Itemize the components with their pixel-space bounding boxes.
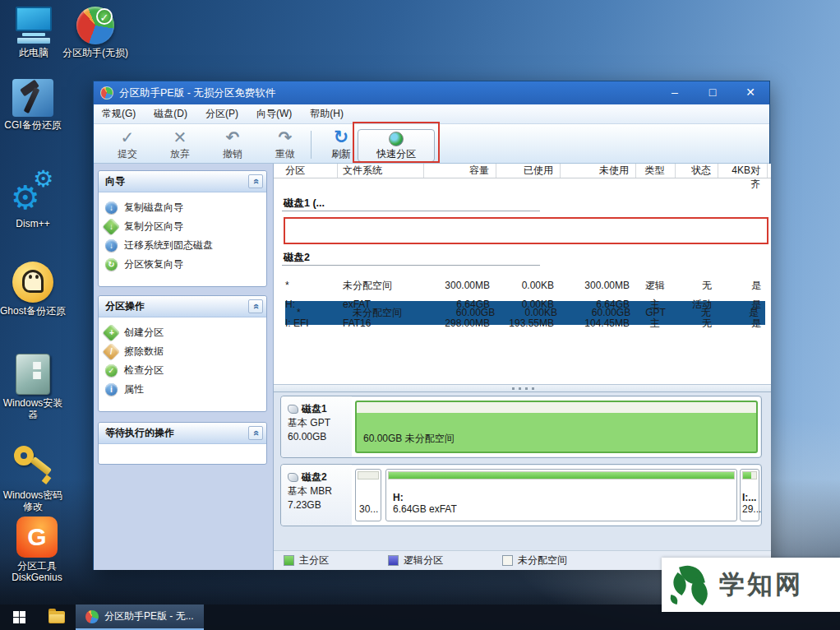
col-4kb-align[interactable]: 4KB对齐 [718, 164, 768, 178]
watermark: 学知网 [662, 558, 840, 612]
create-partition-icon: + [103, 324, 120, 341]
desktop-icon-this-pc[interactable]: 此电脑 [2, 7, 66, 58]
globe-icon [389, 132, 404, 146]
sidebar-item-check-partition[interactable]: ✓ 检查分区 [105, 361, 266, 380]
quick-partition-button[interactable]: 快速分区 [358, 129, 435, 162]
col-capacity[interactable]: 容量 [424, 164, 496, 178]
close-button[interactable]: ✕ [732, 81, 769, 104]
window-title: 分区助手PE版 - 无损分区免费软件 [119, 86, 275, 100]
desktop-icon-label: Windows安装器 [2, 397, 64, 420]
this-pc-icon [14, 7, 53, 44]
sidebar-item-migrate-os-ssd[interactable]: ↓ 迁移系统到固态磁盘 [105, 236, 266, 255]
desktop-icon-label: Ghost备份还原 [0, 305, 66, 317]
menu-partition[interactable]: 分区(P) [205, 107, 238, 121]
sidebar-item-copy-disk-wizard[interactable]: ↓ 复制磁盘向导 [105, 198, 266, 217]
disk-icon [288, 473, 298, 482]
watermark-text: 学知网 [719, 567, 803, 602]
check-icon: ✓ [104, 127, 151, 147]
desktop-icon-dism[interactable]: ⚙⚙ Dism++ [7, 173, 59, 229]
menu-disk[interactable]: 磁盘(D) [154, 107, 187, 121]
sidebar-item-wipe-data[interactable]: / 擦除数据 [105, 342, 266, 361]
desktop-icon-diskgenius[interactable]: G 分区工具 DiskGenius [0, 517, 74, 583]
cgi-backup-icon [12, 79, 53, 117]
discard-icon: ✕ [156, 127, 204, 147]
window-body: 向导 « ↓ 复制磁盘向导 ↓ 复制分区向导 ↓ [94, 164, 769, 570]
col-used[interactable]: 已使用 [496, 164, 561, 178]
col-unused[interactable]: 未使用 [561, 164, 636, 178]
properties-info-icon: i [105, 383, 118, 396]
panel-partition-ops-header[interactable]: 分区操作 « [99, 296, 266, 317]
desktop-icon-label: Windows密码修改 [2, 489, 64, 512]
start-button[interactable] [0, 605, 38, 630]
redo-icon: ↷ [261, 127, 309, 147]
file-explorer-button[interactable] [38, 605, 76, 630]
menu-help[interactable]: 帮助(H) [310, 107, 344, 121]
legend-primary: 主分区 [284, 554, 329, 567]
desktop-icon-partition-assistant[interactable]: ✓ 分区助手(无损) [62, 7, 128, 58]
col-filesystem[interactable]: 文件系统 [338, 164, 424, 178]
app-icon [85, 610, 99, 623]
undo-button[interactable]: ↶ 撤销 [209, 127, 256, 162]
col-type[interactable]: 类型 [636, 164, 676, 178]
sidebar-item-create-partition[interactable]: + 创建分区 [105, 323, 266, 342]
disk-map: 磁盘1 基本 GPT 60.00GB 60.00GB 未分配空间 磁盘2 基本 … [274, 392, 771, 550]
panel-pending-ops: 等待执行的操作 « [98, 422, 267, 465]
windows-password-key-icon [11, 444, 55, 487]
leaf-logo-icon [668, 561, 719, 609]
desktop-icon-windows-installer[interactable]: Windows安装器 [2, 354, 64, 420]
disk2-unallocated-segment[interactable]: 30... [355, 469, 381, 521]
table-row-disk2-h[interactable]: H: exFAT 6.64GB 0.00KB 6.64GB 主 活动 是 [274, 295, 771, 314]
disk1-unallocated-segment[interactable]: 60.00GB 未分配空间 [355, 401, 758, 453]
taskbar-app-label: 分区助手PE版 - 无... [104, 609, 194, 623]
sidebar-item-copy-partition-wizard[interactable]: ↓ 复制分区向导 [105, 217, 266, 236]
desktop-icon-ghost-backup[interactable]: Ghost备份还原 [0, 262, 66, 317]
unallocated-swatch [502, 555, 513, 566]
desktop-icon-label: Dism++ [7, 218, 59, 229]
col-partition[interactable]: 分区 [274, 164, 338, 178]
maximize-button[interactable]: □ [694, 81, 732, 104]
menu-wizard[interactable]: 向导(W) [256, 107, 292, 121]
recovery-icon: ↻ [105, 258, 118, 271]
table-header: 分区 文件系统 容量 已使用 未使用 类型 状态 4KB对齐 [274, 164, 771, 178]
minimize-button[interactable]: – [656, 81, 694, 104]
sidebar-item-properties[interactable]: i 属性 [105, 380, 266, 399]
panel-wizards: 向导 « ↓ 复制磁盘向导 ↓ 复制分区向导 ↓ [98, 170, 267, 287]
desktop-icon-cgi-backup[interactable]: CGI备份还原 [0, 79, 66, 131]
table-row-disk2-unallocated[interactable]: * 未分配空间 300.00MB 0.00KB 300.00MB 逻辑 无 是 [274, 276, 771, 295]
collapse-chevron-icon[interactable]: « [248, 426, 263, 440]
menu-general[interactable]: 常规(G) [102, 107, 136, 121]
dism-gears-icon: ⚙⚙ [11, 173, 55, 215]
folder-icon [48, 611, 65, 623]
redo-button[interactable]: ↷ 重做 [261, 127, 309, 162]
desktop-icon-windows-password[interactable]: Windows密码修改 [2, 444, 64, 512]
ghost-backup-icon [12, 262, 53, 303]
disk2-h-segment[interactable]: H: 6.64GB exFAT [385, 469, 737, 521]
splitter-grip-icon [512, 387, 537, 390]
desktop-icon-label: 此电脑 [2, 47, 66, 58]
disk-icon [288, 405, 298, 414]
disk2-i-segment[interactable]: I:... 29... [740, 469, 759, 521]
splitter[interactable] [274, 384, 771, 392]
windows-logo-icon [13, 611, 25, 623]
panel-pending-ops-header[interactable]: 等待执行的操作 « [99, 423, 266, 444]
disk2-group-title: 磁盘2 [284, 251, 310, 265]
desktop-icon-label: 分区助手(无损) [62, 47, 128, 58]
desktop-icon-label: 分区工具 [0, 560, 74, 572]
col-status[interactable]: 状态 [676, 164, 718, 178]
app-icon [100, 86, 113, 100]
wipe-data-icon: / [103, 343, 120, 360]
submit-button[interactable]: ✓ 提交 [104, 127, 151, 162]
undo-icon: ↶ [209, 127, 256, 147]
collapse-chevron-icon[interactable]: « [248, 174, 263, 188]
check-partition-icon: ✓ [105, 364, 118, 377]
desktop-icon-label: CGI备份还原 [0, 119, 66, 131]
toolbar-separator [311, 131, 312, 159]
table-row-disk2-i-efi[interactable]: I: EFI FAT16 298.00MB 193.55MB 104.45MB … [274, 314, 771, 333]
taskbar-app-partition-assistant[interactable]: 分区助手PE版 - 无... [76, 605, 204, 630]
panel-wizards-header[interactable]: 向导 « [99, 171, 266, 192]
collapse-chevron-icon[interactable]: « [248, 299, 263, 313]
windows-installer-icon [16, 354, 50, 395]
discard-button[interactable]: ✕ 放弃 [156, 127, 204, 162]
disk2-label: 磁盘2 基本 MBR 7.23GB [281, 465, 352, 526]
sidebar-item-partition-recovery-wizard[interactable]: ↻ 分区恢复向导 [105, 255, 266, 274]
